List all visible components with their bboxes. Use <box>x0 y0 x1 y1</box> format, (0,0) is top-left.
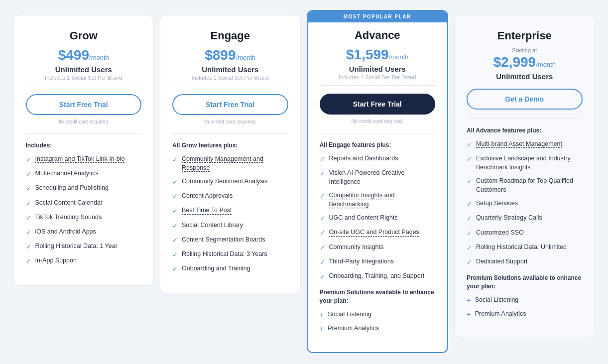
feature-text-grow-0: Instagram and TikTok Link-in-bio <box>35 155 125 164</box>
feature-item-grow-0: ✓ Instagram and TikTok Link-in-bio <box>26 155 142 164</box>
feature-item-advance-2: ✓ Competitor Insights and Benchmarking <box>320 191 436 209</box>
check-icon-enterprise-0: ✓ <box>467 140 472 149</box>
price-amount-enterprise: $2,999 <box>493 54 536 70</box>
cta-button-engage[interactable]: Start Free Trial <box>172 94 288 115</box>
check-icon-engage-6: ✓ <box>172 250 178 259</box>
feature-text-enterprise-0: Multi-brand Asset Management <box>476 140 562 149</box>
feature-item-advance-3: ✓ UGC and Content Rights <box>320 214 436 223</box>
feature-item-advance-7: ✓ Onboarding, Training, and Support <box>320 272 436 281</box>
plan-price-engage: $899/month <box>172 47 288 63</box>
feature-item-grow-3: ✓ Social Content Calendar <box>26 199 142 208</box>
plan-name-grow: Grow <box>26 29 142 42</box>
feature-text-engage-2: Content Approvals <box>182 192 233 201</box>
plan-price-enterprise: $2,999/month <box>467 54 583 70</box>
premium-feature-enterprise-1: + Premium Analytics <box>467 310 583 319</box>
feature-item-engage-5: ✓ Content Segmentation Boards <box>172 236 288 245</box>
check-icon-advance-1: ✓ <box>320 169 325 178</box>
feature-item-grow-2: ✓ Scheduling and Publishing <box>26 184 142 193</box>
check-icon-advance-3: ✓ <box>320 214 325 223</box>
price-period-engage: /month <box>236 54 256 61</box>
feature-item-engage-0: ✓ Community Management and Response <box>172 155 288 172</box>
check-icon-advance-0: ✓ <box>320 155 325 164</box>
feature-item-enterprise-2: ✓ Custom Roadmap for Top Qualified Custo… <box>467 177 583 194</box>
feature-item-enterprise-5: ✓ Customized SSO <box>467 229 583 238</box>
check-icon-engage-2: ✓ <box>172 192 178 201</box>
feature-text-advance-6: Third-Party Integrations <box>329 257 394 266</box>
feature-text-engage-0: Community Management and Response <box>182 155 288 172</box>
premium-feature-text-advance-1: Premium Analytics <box>328 324 379 333</box>
feature-item-grow-6: ✓ Rolling Historical Data: 1 Year <box>26 242 142 251</box>
feature-text-enterprise-5: Customized SSO <box>476 229 524 238</box>
feature-item-advance-5: ✓ Community Insights <box>320 243 436 252</box>
feature-item-engage-1: ✓ Community Sentiment Analysis <box>172 177 288 187</box>
feature-text-advance-3: UGC and Content Rights <box>329 214 398 223</box>
check-icon-enterprise-3: ✓ <box>467 200 472 209</box>
divider-enterprise <box>467 119 583 119</box>
check-icon-enterprise-4: ✓ <box>467 214 472 223</box>
feature-text-enterprise-4: Quarterly Strategy Calls <box>476 214 542 223</box>
cta-button-advance[interactable]: Start Free Trial <box>320 94 436 115</box>
feature-item-enterprise-3: ✓ Setup Services <box>467 199 583 209</box>
no-cc-grow: No credit card required. <box>26 119 142 124</box>
feature-text-advance-2: Competitor Insights and Benchmarking <box>329 191 436 209</box>
plan-users-advance: Unlimited Users <box>320 65 436 73</box>
features-header-engage: All Grow features plus: <box>172 142 288 149</box>
feature-item-enterprise-6: ✓ Rolling Historical Data: Unlimited <box>467 243 583 252</box>
feature-text-enterprise-6: Rolling Historical Data: Unlimited <box>476 243 567 252</box>
features-header-advance: All Engage features plus: <box>320 141 436 148</box>
feature-item-enterprise-4: ✓ Quarterly Strategy Calls <box>467 214 583 223</box>
no-cc-engage: No credit card required. <box>172 119 288 124</box>
plan-price-grow: $499/month <box>26 47 142 63</box>
plan-card-advance: MOST POPULAR PLANAdvance $1,599/month Un… <box>307 10 449 353</box>
feature-text-enterprise-3: Setup Services <box>476 199 518 208</box>
plan-name-engage: Engage <box>172 29 288 42</box>
feature-text-grow-6: Rolling Historical Data: 1 Year <box>35 242 118 251</box>
premium-feature-advance-1: + Premium Analytics <box>320 324 436 333</box>
plan-note-grow: Includes 1 Social Set Per Brand <box>26 75 142 86</box>
feature-text-engage-5: Content Segmentation Boards <box>182 236 265 244</box>
plan-name-enterprise: Enterprise <box>467 29 583 42</box>
feature-item-enterprise-7: ✓ Dedicated Support <box>467 257 583 267</box>
premium-feature-advance-0: + Social Listening <box>320 310 436 319</box>
feature-item-enterprise-0: ✓ Multi-brand Asset Management <box>467 140 583 149</box>
feature-text-advance-4: On-site UGC and Product Pages <box>329 228 419 237</box>
plan-price-advance: $1,599/month <box>320 47 436 63</box>
check-icon-engage-7: ✓ <box>172 265 178 274</box>
check-icon-engage-5: ✓ <box>172 236 178 245</box>
plan-note-advance: Includes 1 Social Set Per Brand <box>320 74 436 86</box>
feature-item-advance-1: ✓ Vision AI-Powered Creative Intelligenc… <box>320 169 436 186</box>
features-header-grow: Includes: <box>26 142 142 149</box>
check-icon-engage-1: ✓ <box>172 178 178 187</box>
premium-header-enterprise: Premium Solutions available to enhance y… <box>467 274 583 291</box>
feature-text-advance-1: Vision AI-Powered Creative Intelligence <box>329 169 436 186</box>
plan-users-engage: Unlimited Users <box>172 65 288 74</box>
check-icon-grow-5: ✓ <box>26 228 31 237</box>
cta-button-grow[interactable]: Start Free Trial <box>26 94 142 115</box>
feature-text-engage-3: Best Time To Post <box>182 206 232 215</box>
price-amount-grow: $499 <box>58 47 89 63</box>
feature-text-engage-7: Onboarding and Training <box>182 264 250 273</box>
feature-item-engage-3: ✓ Best Time To Post <box>172 206 288 216</box>
check-icon-advance-6: ✓ <box>320 258 325 267</box>
feature-item-engage-4: ✓ Social Content Library <box>172 221 288 231</box>
feature-text-grow-5: iOS and Android Apps <box>35 228 96 237</box>
plus-icon-enterprise-0: + <box>467 296 471 305</box>
plus-icon-advance-1: + <box>320 324 324 333</box>
feature-text-advance-7: Onboarding, Training, and Support <box>329 272 425 281</box>
plan-name-advance: Advance <box>320 29 436 42</box>
feature-item-advance-6: ✓ Third-Party Integrations <box>320 257 436 267</box>
plan-users-enterprise: Unlimited Users <box>467 72 583 81</box>
plan-users-grow: Unlimited Users <box>26 65 142 74</box>
no-cc-advance: No credit card required. <box>320 119 436 124</box>
check-icon-enterprise-7: ✓ <box>467 258 472 267</box>
feature-item-engage-2: ✓ Content Approvals <box>172 192 288 201</box>
check-icon-grow-1: ✓ <box>26 170 31 179</box>
check-icon-grow-2: ✓ <box>26 184 31 193</box>
cta-button-enterprise[interactable]: Get a Demo <box>467 89 583 110</box>
feature-item-grow-7: ✓ In-App Support <box>26 256 142 266</box>
feature-text-grow-7: In-App Support <box>35 256 77 265</box>
feature-text-enterprise-7: Dedicated Support <box>476 257 528 266</box>
feature-text-enterprise-1: Exclusive Landscape and Industry Benchma… <box>476 154 583 172</box>
features-header-enterprise: All Advance features plus: <box>467 127 583 134</box>
price-amount-engage: $899 <box>205 47 236 63</box>
